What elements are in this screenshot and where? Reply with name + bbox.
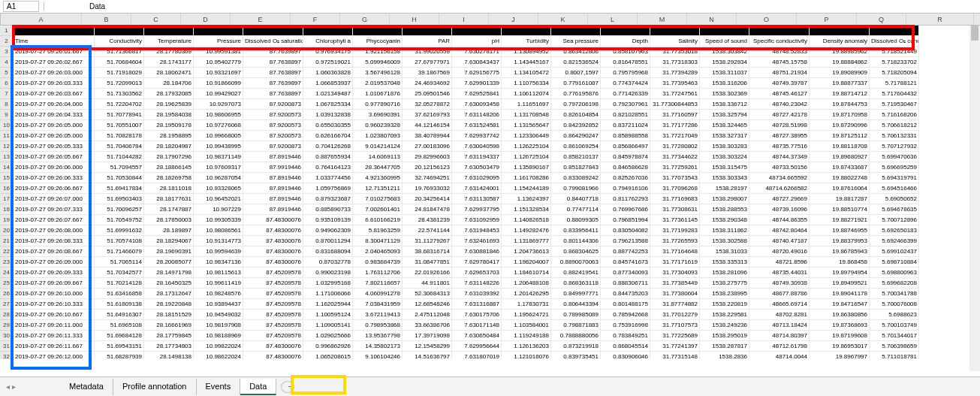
cell[interactable]: 1538.327317 — [700, 131, 749, 141]
cell[interactable]: 28.189897 — [144, 225, 194, 236]
row-num[interactable]: 3 — [0, 47, 14, 57]
cell[interactable]: 10.99438995 — [194, 141, 243, 152]
cell[interactable]: 4.921360995 — [353, 173, 403, 183]
cell[interactable]: 1.126136203 — [502, 341, 551, 352]
cell[interactable]: 7.629956644 — [452, 341, 502, 352]
cell[interactable]: 0.821536524 — [551, 57, 601, 68]
cell[interactable]: 28.19625839 — [144, 99, 194, 110]
cell[interactable]: 48751.21934 — [749, 68, 810, 78]
cell[interactable]: 1538.31033 — [700, 246, 749, 257]
row-num[interactable]: 27 — [0, 299, 14, 310]
cell[interactable]: 0.879323687 — [303, 194, 353, 204]
cell[interactable]: 1538.302369 — [700, 89, 749, 99]
cell[interactable]: 19.8817287 — [810, 194, 870, 204]
cell[interactable]: 2019-07-27 09:26:08.333 — [14, 236, 95, 246]
cell[interactable]: 0.983684739 — [353, 257, 403, 268]
cell[interactable] — [700, 26, 749, 36]
cell[interactable]: 19.89089909 — [810, 68, 870, 78]
cell[interactable] — [749, 26, 810, 36]
cell[interactable]: 52.30684313 — [403, 289, 452, 299]
cell[interactable]: 31.77012279 — [650, 310, 700, 320]
cell[interactable]: 2.040465093 — [353, 246, 403, 257]
cell[interactable] — [303, 26, 353, 36]
cell[interactable]: 48714.80397 — [749, 331, 810, 341]
cell[interactable]: 7.629901339 — [452, 78, 502, 89]
cell[interactable] — [601, 26, 650, 36]
cell[interactable]: 7.802116657 — [353, 278, 403, 289]
cell[interactable]: 3.69690391 — [353, 110, 403, 120]
cell[interactable]: 28.18177631 — [144, 194, 194, 204]
cell[interactable]: 14.6069113 — [353, 152, 403, 162]
cell[interactable]: 48735.44031 — [749, 268, 810, 278]
cell[interactable]: 0.858107963 — [601, 47, 650, 57]
cell[interactable]: 0.753916998 — [601, 320, 650, 331]
cell[interactable]: Conductivity — [95, 36, 144, 47]
cell[interactable]: 12.68548246 — [403, 299, 452, 310]
cell[interactable]: 0.801144306 — [551, 236, 601, 246]
cell[interactable] — [452, 26, 502, 36]
cell[interactable]: 28.19220848 — [144, 299, 194, 310]
cell[interactable]: 28.19690391 — [144, 246, 194, 257]
cell[interactable]: 10.99822024 — [194, 341, 243, 352]
cell[interactable]: Salinity — [650, 36, 700, 47]
cell[interactable]: 19.76933032 — [403, 183, 452, 194]
cell[interactable]: 0.949062309 — [303, 225, 353, 236]
cell[interactable]: 1.11651697 — [502, 99, 551, 110]
cell[interactable]: 5.718233702 — [870, 57, 919, 68]
row-num[interactable]: 20 — [0, 225, 14, 236]
cell[interactable]: 0.830906046 — [601, 352, 650, 359]
cell[interactable]: 4.060991278 — [353, 289, 403, 299]
cell[interactable]: 28.18866145 — [144, 162, 194, 173]
cell[interactable]: 7.631807019 — [452, 352, 502, 359]
cell[interactable]: 19.88271921 — [810, 215, 870, 225]
cell[interactable] — [870, 26, 919, 36]
cell[interactable]: 5.718521449 — [870, 47, 919, 57]
cell[interactable]: 48721.8596 — [749, 257, 810, 268]
cell[interactable]: 48702.8281 — [749, 310, 810, 320]
cell[interactable]: 1538.292934 — [700, 57, 749, 68]
cell[interactable]: 51.70549752 — [95, 215, 144, 225]
cell[interactable]: 0.8890070063 — [551, 257, 601, 268]
cell[interactable]: 2019-07-27 09:26:08.000 — [14, 225, 95, 236]
cell[interactable]: 1.126725104 — [502, 152, 551, 162]
cell[interactable]: 1.033774456 — [303, 173, 353, 183]
cell[interactable]: 31.77344622 — [650, 152, 700, 162]
cell[interactable]: 2019-07-27 09:26:12.000 — [14, 352, 95, 359]
cell[interactable]: 7.631148226 — [452, 278, 502, 289]
cell[interactable]: 19.86380856 — [810, 310, 870, 320]
cell[interactable]: 0.837211024 — [601, 120, 650, 131]
col-head-F[interactable]: F — [291, 14, 340, 25]
cell[interactable]: 19.88379953 — [810, 236, 870, 246]
row-num[interactable]: 16 — [0, 183, 14, 194]
cell[interactable]: 0.796851994 — [601, 215, 650, 225]
cell[interactable]: 48739.16096 — [749, 204, 810, 215]
cell[interactable]: 0.792307961 — [601, 99, 650, 110]
col-head-J[interactable]: J — [489, 14, 538, 25]
cell[interactable]: 87.7639897 — [243, 47, 303, 57]
col-head-R[interactable]: R — [906, 14, 974, 25]
cell[interactable]: 8.300471129 — [353, 236, 403, 246]
cell[interactable]: 10.98622024 — [194, 352, 243, 359]
cell[interactable]: 10.97609317 — [194, 162, 243, 173]
cell[interactable]: 7.629780417 — [452, 257, 502, 268]
cell[interactable]: 2019-07-27 09:26:06.333 — [14, 173, 95, 183]
cell[interactable]: 31.11279267 — [403, 236, 452, 246]
cell[interactable]: 10.99594639 — [194, 246, 243, 257]
cell[interactable]: 7.631524581 — [452, 120, 502, 131]
cell[interactable]: 31.77247561 — [650, 89, 700, 99]
cell[interactable]: Depth — [601, 36, 650, 47]
cell[interactable]: 51.68287939 — [95, 352, 144, 359]
cell[interactable]: 0.626166704 — [303, 131, 353, 141]
cell[interactable]: 1.204736613 — [502, 246, 551, 257]
cell[interactable]: Time — [14, 36, 95, 47]
cell[interactable]: 7.631316887 — [452, 299, 502, 310]
cell[interactable]: 0.990023198 — [303, 268, 353, 278]
cell[interactable]: 9.106104246 — [353, 352, 403, 359]
cell[interactable]: 0.794916106 — [601, 183, 650, 194]
cell[interactable]: 2019-07-27 09:26:03.333 — [14, 78, 95, 89]
row-num[interactable]: 19 — [0, 215, 14, 225]
cell[interactable]: 5.698800963 — [870, 268, 919, 278]
cell[interactable] — [551, 26, 601, 36]
cell[interactable]: 7.631092959 — [452, 215, 502, 225]
cell[interactable]: 19.868458 — [810, 257, 870, 268]
